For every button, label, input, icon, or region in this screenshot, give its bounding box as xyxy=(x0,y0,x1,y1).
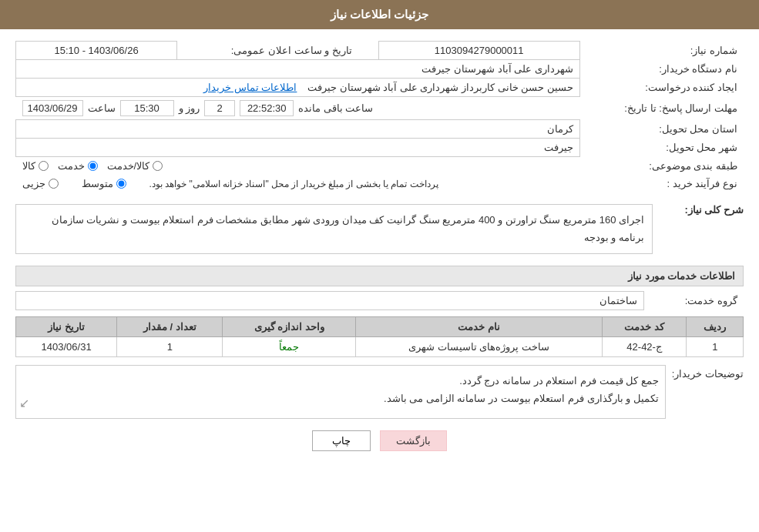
row-shahr: شهر محل تحویل: جیرفت xyxy=(16,139,744,157)
ijad-label: ایجاد کننده درخواست: xyxy=(579,79,744,97)
radio-kala-khadamat: کالا/خدمت xyxy=(107,160,163,172)
cell-radif: 1 xyxy=(687,336,744,356)
radio-kala-khadamat-input[interactable] xyxy=(153,161,163,171)
toozihat-label: توضیحات خریدار: xyxy=(672,365,744,380)
cell-tarikh: 1403/06/31 xyxy=(16,336,117,356)
shahr-label: شهر محل تحویل: xyxy=(579,139,744,157)
mohlat-baqi-value: 22:52:30 xyxy=(240,100,294,116)
nooe-label: نوع فرآیند خرید : xyxy=(579,175,744,192)
sharh-label: شرح کلی نیاز: xyxy=(659,200,744,216)
row-nooe-farayand: نوع فرآیند خرید : جزیی متوسط پرداخت تمام… xyxy=(16,175,744,192)
ostan-label: استان محل تحویل: xyxy=(579,120,744,139)
back-button[interactable]: بازگشت xyxy=(380,430,447,451)
tarikh-label: تاریخ و ساعت اعلان عمومی: xyxy=(177,42,358,60)
radio-jozi-input[interactable] xyxy=(49,179,59,189)
toozihat-line2: تکمیل و بارگذاری فرم استعلام بیوست در سا… xyxy=(22,390,659,407)
goroh-row: گروه خدمت: ساختمان xyxy=(16,291,744,309)
nooe-desc: پرداخت تمام یا بخشی از مبلغ خریدار از مح… xyxy=(149,179,438,189)
cell-kod: ج-42-42 xyxy=(602,336,687,356)
toozihat-content: جمع کل قیمت فرم استعلام در سامانه درج گر… xyxy=(15,365,666,419)
sharh-value: اجرای 160 مترمریع سنگ تراورتن و 400 مترم… xyxy=(15,204,653,254)
radio-jozi: جزیی xyxy=(22,178,59,189)
tarighe-label: طبقه بندی موضوعی: xyxy=(579,157,744,176)
ijad-value: حسین حسن خانی کاربرداز شهرداری علی آباد … xyxy=(16,79,580,97)
buttons-row: بازگشت چاپ xyxy=(15,430,744,463)
shomara-value: 1103094279000011 xyxy=(378,42,579,60)
row-mohlat: مهلت ارسال پاسخ: تا تاریخ: 1403/06/29 سا… xyxy=(16,97,744,120)
row-ijad: ایجاد کننده درخواست: حسین حسن خانی کاربر… xyxy=(16,79,744,97)
col-tedad: تعداد / مقدار xyxy=(117,316,223,336)
row-namdastgah: نام دستگاه خریدار: شهرداری علی آباد شهرس… xyxy=(16,60,744,79)
mohlat-rooz-value: 2 xyxy=(204,100,235,116)
sharh-row: شرح کلی نیاز: اجرای 160 مترمریع سنگ تراو… xyxy=(15,200,744,258)
contact-link[interactable]: اطلاعات تماس خریدار xyxy=(203,82,297,93)
row-ostan: استان محل تحویل: کرمان xyxy=(16,120,744,139)
toozihat-line1: جمع کل قیمت فرم استعلام در سامانه درج گر… xyxy=(22,372,659,390)
col-radif: ردیف xyxy=(687,316,744,336)
main-info-table: شماره نیاز: 1103094279000011 تاریخ و ساع… xyxy=(15,41,744,192)
goroh-value: ساختمان xyxy=(16,291,644,309)
table-row: 1 ج-42-42 ساخت پروژه‌های تاسیسات شهری جم… xyxy=(16,336,744,356)
mohlat-fields: 1403/06/29 ساعت 15:30 روز و 2 22:52:30 س… xyxy=(22,100,574,116)
services-header-row: ردیف کد خدمت نام خدمت واحد اندازه گیری ت… xyxy=(16,316,744,336)
page-container: جزئیات اطلاعات نیاز شماره نیاز: 11030942… xyxy=(0,0,759,532)
mohlat-saat-value: 15:30 xyxy=(120,100,174,116)
mohlat-saat-label: ساعت xyxy=(88,102,116,114)
row-tarighe: طبقه بندی موضوعی: کالا خدمت کالا/خدمت xyxy=(16,157,744,176)
col-nam: نام خدمت xyxy=(356,316,602,336)
goroh-table: گروه خدمت: ساختمان xyxy=(15,291,744,310)
radio-motavasset: متوسط xyxy=(82,178,126,189)
khadamat-header: اطلاعات خدمات مورد نیاز xyxy=(15,266,744,286)
radio-kala-input[interactable] xyxy=(39,161,49,171)
namdastgah-label: نام دستگاه خریدار: xyxy=(579,60,744,79)
shahr-value: جیرفت xyxy=(16,139,580,157)
tarighe-radio-group: کالا خدمت کالا/خدمت xyxy=(22,160,574,172)
page-title: جزئیات اطلاعات نیاز xyxy=(331,8,428,21)
cell-nam: ساخت پروژه‌های تاسیسات شهری xyxy=(356,336,602,356)
print-button[interactable]: چاپ xyxy=(312,430,371,451)
main-content: شماره نیاز: 1103094279000011 تاریخ و ساع… xyxy=(0,29,759,474)
col-tarikh: تاریخ نیاز xyxy=(16,316,117,336)
mohlat-rooz-label: روز و xyxy=(179,102,200,114)
namdastgah-value: شهرداری علی آباد شهرستان جیرفت xyxy=(16,60,580,79)
radio-motavasset-input[interactable] xyxy=(116,179,126,189)
row-shomara-tarikh: شماره نیاز: 1103094279000011 تاریخ و ساع… xyxy=(16,42,744,60)
cell-tedad: 1 xyxy=(117,336,223,356)
radio-kala: کالا xyxy=(22,160,49,172)
tarikh-value: 1403/06/26 - 15:10 xyxy=(16,42,177,60)
toozihat-row: توضیحات خریدار: جمع کل قیمت فرم استعلام … xyxy=(15,365,744,419)
radio-khadamat-input[interactable] xyxy=(88,161,98,171)
col-vahed: واحد اندازه گیری xyxy=(223,316,356,336)
page-header: جزئیات اطلاعات نیاز xyxy=(0,0,759,29)
goroh-label: گروه خدمت: xyxy=(643,291,744,309)
mohlat-date: 1403/06/29 xyxy=(22,100,83,116)
radio-khadamat: خدمت xyxy=(58,160,98,172)
shomara-label: شماره نیاز: xyxy=(579,42,744,60)
nooe-radio-group: جزیی متوسط پرداخت تمام یا بخشی از مبلغ خ… xyxy=(22,178,574,189)
mohlat-label: مهلت ارسال پاسخ: تا تاریخ: xyxy=(579,97,744,120)
ostan-value: کرمان xyxy=(16,120,580,139)
cell-vahed: جمعاً xyxy=(223,336,356,356)
mohlat-baqi-label: ساعت باقی مانده xyxy=(298,102,373,114)
services-table: ردیف کد خدمت نام خدمت واحد اندازه گیری ت… xyxy=(15,316,744,357)
resize-icon: ↙ xyxy=(19,393,29,415)
col-kod: کد خدمت xyxy=(602,316,687,336)
